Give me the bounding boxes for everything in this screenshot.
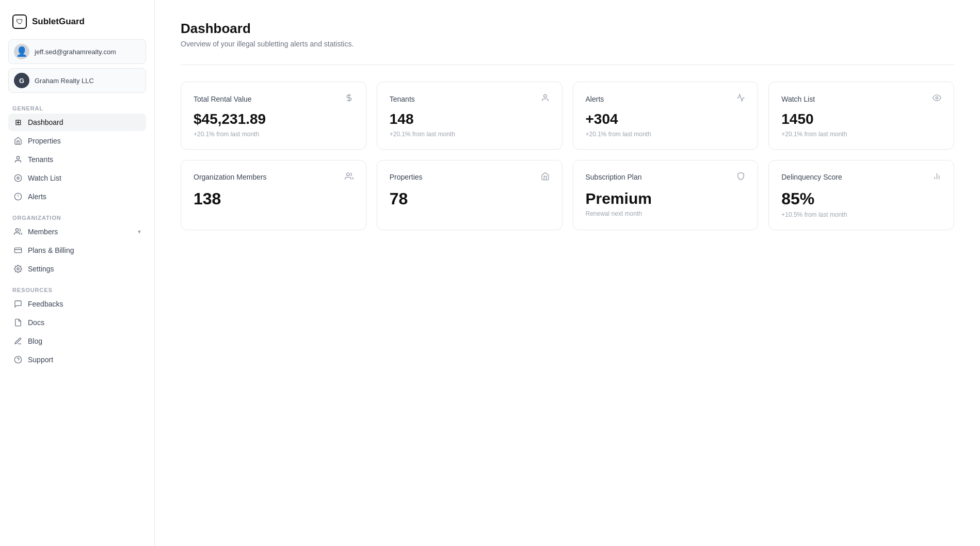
sidebar-item-dashboard-label: Dashboard	[28, 118, 63, 126]
card-label: Watch List	[781, 95, 815, 103]
card-header: Watch List	[781, 93, 941, 104]
svg-point-15	[346, 173, 349, 176]
svg-point-14	[936, 97, 938, 99]
card-value: 1450	[781, 111, 941, 127]
card-label: Delinquency Score	[781, 173, 842, 181]
card-subscription: Subscription Plan Premium Renewal next m…	[573, 160, 759, 230]
sidebar-item-members[interactable]: Members ▾	[8, 223, 146, 240]
card-label: Total Rental Value	[194, 95, 252, 103]
card-value: 85%	[781, 190, 941, 208]
card-header: Tenants	[390, 93, 550, 104]
plans-icon	[13, 246, 23, 255]
cards-row-2: Organization Members 138 Properties 78 S	[181, 160, 954, 230]
card-header: Total Rental Value	[194, 93, 354, 104]
card-org-members: Organization Members 138	[181, 160, 366, 230]
sidebar-item-support[interactable]: Support	[8, 351, 146, 368]
tenants-card-icon	[541, 93, 550, 104]
alerts-icon	[13, 192, 23, 201]
sidebar-item-docs[interactable]: Docs	[8, 314, 146, 331]
card-meta: +20.1% from last month	[390, 131, 550, 138]
user-email: jeff.sed@grahamrealty.com	[35, 48, 116, 56]
properties-icon	[13, 136, 23, 146]
sidebar: 🛡 SubletGuard 👤 jeff.sed@grahamrealty.co…	[0, 0, 155, 546]
tenants-icon	[13, 155, 23, 164]
card-label: Organization Members	[194, 173, 267, 181]
svg-point-1	[14, 174, 21, 181]
support-icon	[13, 355, 23, 364]
properties-card-icon	[541, 172, 550, 183]
card-header: Subscription Plan	[586, 172, 746, 183]
card-meta: Renewal next month	[586, 210, 746, 217]
dashboard-icon: ⊞	[13, 118, 23, 127]
svg-point-2	[17, 177, 19, 179]
docs-icon	[13, 318, 23, 327]
org-profile[interactable]: G Graham Realty LLC	[8, 68, 146, 93]
card-meta: +20.1% from last month	[586, 131, 746, 138]
card-watchlist: Watch List 1450 +20.1% from last month	[768, 82, 954, 150]
card-delinquency-score: Delinquency Score 85% +10.5% from last m…	[768, 160, 954, 230]
members-chevron-icon: ▾	[138, 228, 141, 235]
card-header: Organization Members	[194, 172, 354, 183]
page-subtitle: Overview of your illegal subletting aler…	[181, 40, 954, 48]
sidebar-item-settings-label: Settings	[28, 265, 54, 273]
svg-point-0	[17, 156, 19, 159]
sidebar-item-blog[interactable]: Blog	[8, 332, 146, 350]
sidebar-item-feedbacks-label: Feedbacks	[28, 300, 63, 308]
sidebar-item-blog-label: Blog	[28, 337, 42, 345]
sidebar-item-tenants[interactable]: Tenants	[8, 151, 146, 168]
sidebar-item-alerts[interactable]: Alerts	[8, 188, 146, 205]
svg-rect-7	[14, 248, 21, 252]
sidebar-item-watchlist[interactable]: Watch List	[8, 169, 146, 187]
members-icon	[13, 227, 23, 236]
card-alerts: Alerts +304 +20.1% from last month	[573, 82, 759, 150]
card-value: +304	[586, 111, 746, 127]
dollar-icon	[345, 93, 354, 104]
sidebar-item-plans[interactable]: Plans & Billing	[8, 242, 146, 259]
user-avatar: 👤	[14, 44, 29, 59]
sidebar-item-properties[interactable]: Properties	[8, 132, 146, 150]
sidebar-item-settings[interactable]: Settings	[8, 260, 146, 278]
sidebar-item-alerts-label: Alerts	[28, 192, 46, 201]
card-properties: Properties 78	[377, 160, 563, 230]
alerts-card-icon	[736, 93, 745, 104]
org-section-label: ORGANIZATION	[8, 215, 146, 221]
watchlist-card-icon	[933, 93, 941, 104]
card-meta: +10.5% from last month	[781, 211, 941, 218]
blog-icon	[13, 336, 23, 346]
main-content: Dashboard Overview of your illegal suble…	[155, 0, 980, 546]
card-header: Alerts	[586, 93, 746, 104]
subscription-card-icon	[736, 172, 745, 183]
sidebar-item-watchlist-label: Watch List	[28, 174, 61, 182]
watchlist-icon	[13, 173, 23, 183]
org-members-card-icon	[345, 172, 354, 183]
card-meta: +20.1% from last month	[194, 131, 354, 138]
card-label: Subscription Plan	[586, 173, 642, 181]
sidebar-item-feedbacks[interactable]: Feedbacks	[8, 295, 146, 313]
sidebar-item-tenants-label: Tenants	[28, 155, 53, 164]
card-label: Tenants	[390, 95, 415, 103]
resources-section-label: RESOURCES	[8, 287, 146, 293]
card-value: 78	[390, 190, 550, 208]
sidebar-item-properties-label: Properties	[28, 137, 61, 145]
divider	[181, 65, 954, 65]
sidebar-item-plans-label: Plans & Billing	[28, 246, 74, 254]
general-section-label: GENERAL	[8, 105, 146, 111]
card-header: Properties	[390, 172, 550, 183]
org-avatar: G	[14, 73, 29, 88]
delinquency-card-icon	[933, 172, 941, 183]
card-meta: +20.1% from last month	[781, 131, 941, 138]
user-profile[interactable]: 👤 jeff.sed@grahamrealty.com	[8, 39, 146, 64]
app-name: SubletGuard	[32, 17, 85, 27]
logo-area: 🛡 SubletGuard	[8, 10, 146, 39]
card-label: Properties	[390, 173, 423, 181]
settings-icon	[13, 264, 23, 274]
logo-icon: 🛡	[12, 14, 27, 29]
svg-point-6	[15, 229, 18, 231]
page-title: Dashboard	[181, 21, 954, 37]
cards-row-1: Total Rental Value $45,231.89 +20.1% fro…	[181, 82, 954, 150]
sidebar-item-dashboard[interactable]: ⊞ Dashboard	[8, 114, 146, 131]
card-header: Delinquency Score	[781, 172, 941, 183]
sidebar-item-members-label: Members	[28, 228, 58, 236]
card-tenants: Tenants 148 +20.1% from last month	[377, 82, 563, 150]
card-total-rental-value: Total Rental Value $45,231.89 +20.1% fro…	[181, 82, 366, 150]
